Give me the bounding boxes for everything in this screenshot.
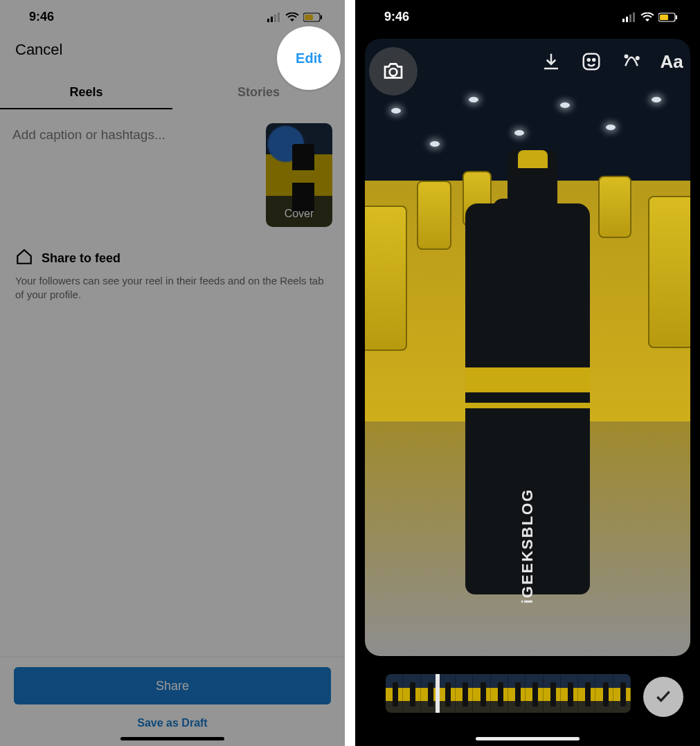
status-icons xyxy=(267,12,323,22)
home-icon xyxy=(15,248,33,269)
battery-icon xyxy=(303,12,323,22)
cover-image xyxy=(292,144,314,213)
cellular-icon xyxy=(267,12,281,22)
text-tool-icon[interactable]: Aa xyxy=(660,50,683,73)
svg-rect-3 xyxy=(278,12,280,22)
edit-button[interactable]: Edit xyxy=(296,51,322,66)
caption-area: Add caption or hashtags... Cover xyxy=(0,109,345,241)
caption-input[interactable]: Add caption or hashtags... xyxy=(12,123,258,143)
svg-point-16 xyxy=(588,59,590,61)
svg-point-18 xyxy=(625,55,628,58)
svg-rect-13 xyxy=(676,15,677,19)
share-screen: 9:46 Cancel Reels Stories Add caption or… xyxy=(0,0,345,746)
brand-text: iGEEKSBLOG xyxy=(519,489,537,604)
share-to-feed-section: Share to feed Your followers can see you… xyxy=(0,241,345,307)
cellular-icon xyxy=(622,12,636,22)
cover-editor-screen: 9:46 xyxy=(355,0,700,746)
media-preview[interactable]: iGEEKSBLOG xyxy=(365,39,690,656)
status-icons xyxy=(622,12,678,22)
status-time: 9:46 xyxy=(29,10,54,24)
status-bar: 9:46 xyxy=(355,0,700,28)
frame-scrubber[interactable] xyxy=(386,674,631,713)
wifi-icon xyxy=(640,12,654,22)
status-bar: 9:46 xyxy=(0,0,345,28)
svg-rect-5 xyxy=(305,15,313,20)
edit-highlight-circle: Edit xyxy=(277,26,341,90)
editor-toolbar: Aa xyxy=(539,50,683,73)
svg-rect-1 xyxy=(271,17,273,22)
cover-label: Cover xyxy=(266,208,332,220)
svg-rect-7 xyxy=(622,19,625,22)
home-indicator[interactable] xyxy=(120,737,224,740)
svg-point-17 xyxy=(593,59,595,61)
confirm-button[interactable] xyxy=(643,677,683,717)
cover-thumbnail[interactable]: Cover xyxy=(266,123,332,227)
tab-reels[interactable]: Reels xyxy=(0,77,172,109)
svg-point-14 xyxy=(390,69,397,76)
home-indicator[interactable] xyxy=(476,737,580,740)
add-from-camera-roll-button[interactable] xyxy=(369,47,418,95)
share-button[interactable]: Share xyxy=(14,667,331,704)
save-draft-button[interactable]: Save as Draft xyxy=(14,717,331,729)
svg-rect-9 xyxy=(629,15,631,22)
effects-icon[interactable] xyxy=(620,50,643,73)
svg-rect-2 xyxy=(274,15,276,22)
sticker-icon[interactable] xyxy=(580,50,603,73)
cancel-button[interactable]: Cancel xyxy=(15,41,62,59)
svg-rect-15 xyxy=(584,54,600,70)
status-time: 9:46 xyxy=(384,10,409,24)
preview-subject: iGEEKSBLOG xyxy=(465,150,590,594)
bottom-actions: Share Save as Draft xyxy=(0,657,345,746)
svg-rect-10 xyxy=(633,12,635,22)
svg-point-19 xyxy=(636,57,639,60)
svg-rect-8 xyxy=(626,17,628,22)
svg-rect-12 xyxy=(660,15,668,20)
share-feed-title: Share to feed xyxy=(42,251,120,266)
download-icon[interactable] xyxy=(539,50,563,73)
svg-rect-6 xyxy=(321,15,322,19)
wifi-icon xyxy=(285,12,299,22)
svg-rect-0 xyxy=(267,19,269,22)
share-feed-desc: Your followers can see your reel in thei… xyxy=(15,274,330,302)
battery-icon xyxy=(658,12,678,22)
scrubber-handle[interactable] xyxy=(436,674,440,713)
